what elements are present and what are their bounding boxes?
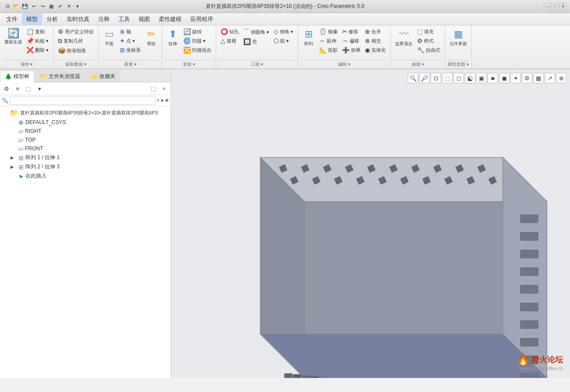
vp-zoom-area-btn[interactable]: ⬚ — [442, 73, 452, 83]
menu-tools[interactable]: 工具 — [114, 14, 134, 25]
vp-zoom-out-btn[interactable]: 🔎 — [419, 73, 430, 83]
ribbon-btn-revolve[interactable]: 🔄旋转 — [182, 27, 213, 36]
model-tree-filter: 🔍 × ▾ + — [0, 95, 171, 106]
ribbon-btn-paste[interactable]: 📌粘贴 ▾ — [25, 36, 50, 45]
ribbon-btn-solidify[interactable]: ◉实体化 — [363, 46, 388, 54]
ribbon-btn-fill[interactable]: ⬚填充 — [415, 27, 442, 36]
maximize-btn[interactable]: □ — [552, 3, 559, 10]
tree-filter-btn[interactable]: ≡ — [13, 84, 22, 93]
qa-redo-btn[interactable]: ↪ — [39, 3, 46, 11]
ribbon-btn-chamfer[interactable]: ◇倒角 ▾ — [272, 27, 295, 36]
tree-more-btn[interactable]: ▾ — [35, 84, 44, 93]
ribbon-btn-thicken[interactable]: ➕加厚 — [340, 46, 362, 54]
ribbon-btn-pattern[interactable]: ⊞ 阵列 — [301, 27, 317, 48]
menu-apps[interactable]: 应用程序 — [186, 14, 217, 25]
tree-item-inserthere[interactable]: ➤ 在此插入 — [0, 171, 171, 181]
ribbon-btn-freestyle[interactable]: 🔧自由式 — [415, 46, 442, 54]
ribbon-btn-hole[interactable]: ⭕钻孔 — [219, 27, 241, 36]
ribbon-btn-sweepblend[interactable]: 🔀扫描混合 — [182, 46, 213, 54]
tab-model-tree[interactable]: 🌲 模型树 — [0, 71, 34, 82]
tab-favorites[interactable]: ⭐ 收藏夹 — [86, 71, 120, 82]
qa-undo-btn[interactable]: ↩ — [30, 3, 38, 11]
ribbon-btn-mirror[interactable]: 🪞镜像 — [317, 27, 339, 36]
vp-orient-btn[interactable]: ↗ — [545, 73, 555, 83]
ribbon-btn-componentinterface[interactable]: ▦ 元件界面 — [448, 27, 469, 48]
ribbon-btn-intersect[interactable]: ⊗相交 — [363, 36, 388, 45]
viewport[interactable]: 🔍 🔎 ⊡ ⬚ ◻ ⬕ ▣ ■ ◼ ✦ ⚙ ▦ ↗ ⊕ 🔥 野火论坛 www.p… — [171, 69, 570, 378]
svg-rect-29 — [520, 268, 538, 276]
ribbon-btn-merge[interactable]: ⊕合并 — [363, 27, 388, 36]
tab-folder-browser[interactable]: 📁 文件夹浏览器 — [35, 71, 85, 82]
vp-spin-btn[interactable]: ⊕ — [556, 73, 566, 83]
tree-item-array2[interactable]: ▶ ⊞ 阵列 2 / 拉伸 3 — [0, 162, 171, 171]
qa-check-btn[interactable]: ✔ — [56, 3, 64, 11]
qa-more-btn[interactable]: ▾ — [74, 3, 82, 11]
ribbon-btn-boundaryblend[interactable]: 〰 边界混合 — [393, 27, 414, 48]
ribbon-btn-round[interactable]: ⌒倒圆角 ▾ — [242, 27, 271, 37]
filter-add-btn[interactable]: + — [165, 96, 169, 104]
menu-analysis[interactable]: 分析 — [42, 14, 62, 25]
ribbon-btn-copy[interactable]: 📋复制 — [25, 27, 50, 36]
tree-item-front[interactable]: ▱ FRONT — [0, 144, 171, 153]
qa-save-btn[interactable]: 💾 — [21, 3, 29, 11]
ribbon-btn-sweep[interactable]: 🌀扫描 ▾ — [182, 36, 213, 45]
ribbon-btn-regenerate[interactable]: 🔄 重新生成 — [3, 27, 24, 46]
filter-input[interactable] — [10, 96, 155, 105]
ribbon-btn-point[interactable]: ✦点 ▾ — [118, 36, 142, 45]
tree-collapse-btn[interactable]: ⬚ — [149, 84, 158, 93]
vp-edges-btn[interactable]: ◼ — [499, 73, 509, 83]
vp-wireframe-btn[interactable]: ⬕ — [465, 73, 475, 83]
tree-item-top[interactable]: ▱ TOP — [0, 135, 171, 144]
ribbon-btn-draft[interactable]: △拔模 — [219, 36, 241, 45]
qa-close-btn[interactable]: ✕ — [65, 3, 73, 11]
vp-zoom-fit-btn[interactable]: ⊡ — [431, 73, 441, 83]
vp-display-btn[interactable]: ▦ — [533, 73, 544, 83]
minimize-btn[interactable]: — — [544, 3, 551, 10]
vp-hidden-btn[interactable]: ▣ — [476, 73, 487, 83]
ribbon-btn-extend[interactable]: ↔延伸 — [317, 36, 339, 45]
vp-shaded-btn[interactable]: ■ — [488, 73, 498, 83]
vp-view-3d-btn[interactable]: ◻ — [453, 73, 464, 83]
ribbon-btn-delete[interactable]: ❌删除 ▾ — [25, 46, 50, 54]
ribbon-btn-rib[interactable]: ⬡筋 ▾ — [272, 36, 295, 45]
ribbon-btn-offset[interactable]: ↔偏移 — [340, 36, 362, 45]
ribbon-group-shape-label: 形状 ▾ — [165, 60, 213, 68]
ribbon-btn-shrink[interactable]: 📦收缩包络 — [56, 46, 96, 55]
tree-expand-btn[interactable]: ⬚ — [24, 84, 33, 93]
qa-new-btn[interactable]: ⊡ — [4, 3, 11, 11]
ribbon-btn-sketch[interactable]: ✏ 草绘 — [143, 27, 159, 48]
ribbon-btn-shell[interactable]: 🔲壳 — [242, 37, 271, 46]
vp-settings-btn[interactable]: ⚙ — [522, 73, 532, 83]
ribbon-btn-axis[interactable]: ⊕轴 — [118, 27, 142, 36]
ribbon-btn-plane[interactable]: ▭ 平面 — [101, 27, 117, 48]
ribbon-group-operations-label: 操作 ▾ — [3, 60, 50, 68]
menu-model[interactable]: 模型 — [22, 14, 42, 25]
qa-open-btn[interactable]: 📂 — [12, 3, 20, 11]
favorites-icon: ⭐ — [91, 73, 98, 80]
menu-flex[interactable]: 柔性建模 — [154, 14, 186, 25]
ribbon-btn-extrude[interactable]: ⬆ 拉伸 — [165, 27, 181, 48]
close-btn[interactable]: ✕ — [559, 3, 566, 10]
menu-file[interactable]: 文件 — [2, 14, 22, 25]
filter-clear-btn[interactable]: × — [157, 97, 160, 103]
tree-item-array1[interactable]: ▶ ⊞ 阵列 1 / 拉伸 1 — [0, 153, 171, 162]
tree-add-btn[interactable]: ＋ — [159, 84, 169, 93]
menu-simulation[interactable]: 实时仿真 — [62, 14, 94, 25]
tree-item-root[interactable]: 📁 直针直插双排2P0塑高6P35排母2×10<直针直插双排2P0塑高6P3 — [0, 108, 171, 118]
ribbon-btn-trim[interactable]: ✂修剪 — [340, 27, 362, 36]
vp-zoom-in-btn[interactable]: 🔍 — [408, 73, 418, 83]
ribbon-btn-project[interactable]: 📐投影 — [317, 46, 339, 54]
tree-item-csys[interactable]: ⊕ DEFAULT_CSYS — [0, 118, 171, 127]
qa-regen-btn[interactable]: ▦ — [47, 3, 55, 11]
svg-rect-35 — [520, 374, 538, 378]
menu-view[interactable]: 视图 — [134, 14, 154, 25]
ribbon-btn-copygeo[interactable]: ⧉复制几何 — [56, 36, 96, 46]
tree-item-right[interactable]: ▱ RIGHT — [0, 127, 171, 135]
menu-annotation[interactable]: 注释 — [94, 14, 114, 25]
tree-settings-btn[interactable]: ⚙ — [2, 84, 11, 93]
ribbon-btn-csys[interactable]: ⊞坐标系 — [118, 46, 142, 54]
ribbon-btn-style[interactable]: ⚙样式 — [415, 36, 442, 45]
filter-dropdown-btn[interactable]: ▾ — [161, 98, 164, 103]
vp-appearance-btn[interactable]: ✦ — [510, 73, 521, 83]
ribbon-btn-userfeature[interactable]: ⚙用户定义特征 — [56, 27, 96, 36]
